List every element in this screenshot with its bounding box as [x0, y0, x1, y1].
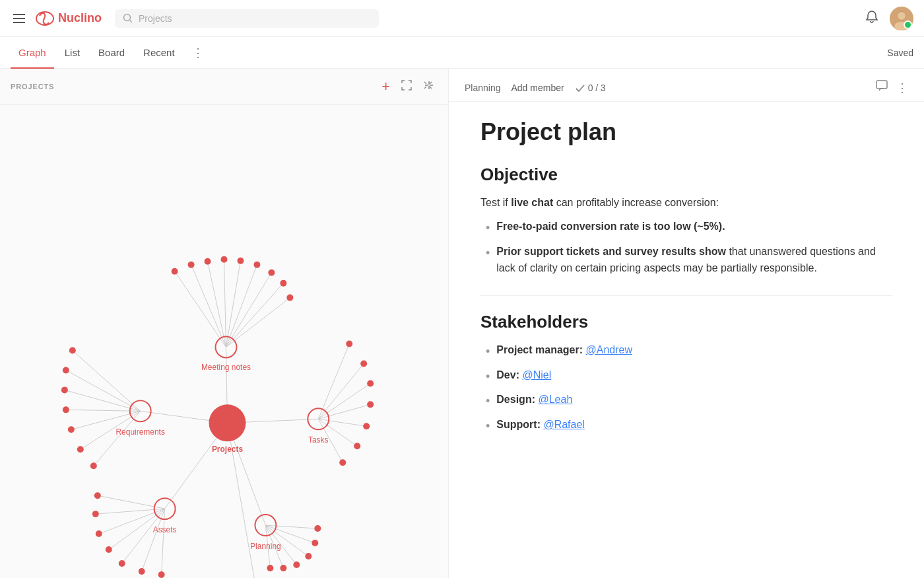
stakeholder-item-support: Support: @Rafael — [486, 416, 892, 436]
svg-point-54 — [360, 360, 367, 367]
svg-text:Assets: Assets — [153, 525, 177, 534]
search-bar[interactable]: Projects — [115, 9, 379, 28]
svg-point-23 — [172, 268, 178, 275]
list-item: Prior support tickets and survey results… — [486, 243, 892, 277]
stakeholder-item-pm: Project manager: @Andrew — [486, 342, 892, 361]
svg-point-26 — [221, 256, 228, 263]
section-divider — [480, 295, 892, 296]
svg-point-82 — [293, 561, 300, 568]
objective-section: Objective Test if live chat can profitab… — [480, 164, 892, 277]
tab-recent[interactable]: Recent — [135, 37, 183, 69]
svg-line-16 — [208, 262, 226, 347]
svg-point-70 — [106, 546, 112, 553]
svg-point-1 — [124, 14, 131, 20]
progress-value: 0 / 3 — [588, 83, 606, 93]
svg-line-20 — [226, 273, 271, 347]
mention-niel[interactable]: @Niel — [522, 369, 551, 380]
svg-line-14 — [175, 271, 226, 347]
svg-point-57 — [363, 423, 370, 429]
svg-line-21 — [226, 283, 283, 347]
svg-point-31 — [286, 295, 293, 301]
panel-title: PROJECTS — [11, 83, 54, 90]
svg-point-44 — [77, 446, 84, 452]
mention-andrew[interactable]: @Andrew — [585, 344, 632, 355]
svg-point-29 — [268, 270, 275, 276]
saved-status: Saved — [887, 48, 913, 58]
svg-line-17 — [224, 260, 226, 347]
svg-point-86 — [209, 404, 246, 441]
svg-point-6 — [898, 12, 906, 20]
add-member-link[interactable]: Add member — [512, 83, 564, 93]
svg-point-27 — [237, 258, 244, 264]
svg-point-81 — [280, 565, 286, 571]
svg-point-56 — [367, 401, 374, 408]
svg-point-80 — [267, 565, 273, 571]
tab-graph[interactable]: Graph — [11, 37, 54, 69]
stakeholder-item-dev: Dev: @Niel — [486, 367, 892, 386]
svg-text:Meeting notes: Meeting notes — [201, 363, 251, 372]
svg-point-68 — [92, 511, 99, 517]
tab-bar: Graph List Board Recent ⋮ Saved — [0, 37, 924, 69]
graph-svg: Projects Meeting notes Requirements Task… — [0, 105, 448, 578]
tab-list[interactable]: List — [57, 37, 88, 69]
breadcrumb[interactable]: Planning — [465, 83, 501, 93]
left-panel: PROJECTS + — [0, 69, 449, 578]
svg-line-32 — [73, 350, 141, 411]
stakeholders-heading: Stakeholders — [480, 312, 892, 332]
graph-canvas[interactable]: Projects Meeting notes Requirements Task… — [0, 105, 448, 578]
stakeholders-section: Stakeholders Project manager: @Andrew De… — [480, 312, 892, 436]
svg-point-85 — [314, 525, 321, 532]
svg-point-55 — [367, 380, 374, 386]
doc-more-button[interactable]: ⋮ — [896, 81, 908, 95]
svg-point-41 — [61, 386, 68, 393]
objective-heading: Objective — [480, 164, 892, 185]
doc-content: Project plan Objective Test if live chat… — [449, 102, 924, 481]
svg-point-67 — [94, 492, 101, 499]
progress-indicator: 0 / 3 — [575, 83, 606, 93]
svg-point-39 — [69, 347, 76, 353]
check-icon — [575, 83, 585, 93]
svg-line-50 — [318, 419, 366, 426]
objective-list: Free-to-paid conversion rate is too low … — [480, 218, 892, 277]
svg-text:Planning: Planning — [250, 542, 281, 551]
svg-point-58 — [354, 443, 360, 449]
collapse-button[interactable] — [420, 78, 438, 96]
mention-rafael[interactable]: @Rafael — [543, 419, 585, 430]
panel-actions: + — [379, 77, 438, 96]
svg-point-71 — [119, 560, 125, 567]
svg-line-33 — [66, 370, 141, 411]
expand-button[interactable] — [398, 78, 415, 96]
main-layout: PROJECTS + — [0, 69, 924, 578]
right-panel: Planning Add member 0 / 3 ⋮ Project pl — [449, 69, 924, 578]
notification-bell[interactable] — [865, 9, 879, 27]
left-panel-header: PROJECTS + — [0, 69, 448, 105]
svg-line-48 — [318, 383, 370, 419]
add-item-button[interactable]: + — [379, 77, 393, 96]
comment-button[interactable] — [875, 79, 888, 96]
stakeholders-list: Project manager: @Andrew Dev: @Niel Desi… — [480, 342, 892, 436]
svg-point-73 — [158, 571, 165, 578]
svg-point-59 — [339, 459, 346, 466]
svg-point-28 — [253, 262, 260, 268]
objective-intro: Test if live chat can profitably increas… — [480, 194, 892, 211]
svg-text:Requirements: Requirements — [116, 427, 165, 437]
user-avatar[interactable] — [890, 7, 913, 30]
tab-more-button[interactable]: ⋮ — [188, 46, 208, 60]
svg-rect-100 — [876, 81, 887, 89]
search-icon — [123, 13, 133, 24]
svg-point-43 — [68, 426, 75, 433]
mention-leah[interactable]: @Leah — [538, 394, 572, 405]
list-item: Free-to-paid conversion rate is too low … — [486, 218, 892, 238]
svg-point-24 — [188, 262, 195, 268]
hamburger-menu[interactable] — [11, 11, 28, 26]
svg-line-15 — [191, 265, 226, 347]
top-navigation: Nuclino Projects — [0, 0, 924, 37]
svg-line-46 — [318, 344, 349, 419]
svg-point-30 — [280, 280, 286, 287]
svg-point-84 — [312, 540, 318, 546]
tab-board[interactable]: Board — [90, 37, 133, 69]
doc-header-right: ⋮ — [875, 79, 908, 96]
nav-right — [865, 7, 913, 30]
logo[interactable]: Nuclino — [36, 11, 102, 26]
svg-line-18 — [226, 261, 240, 347]
